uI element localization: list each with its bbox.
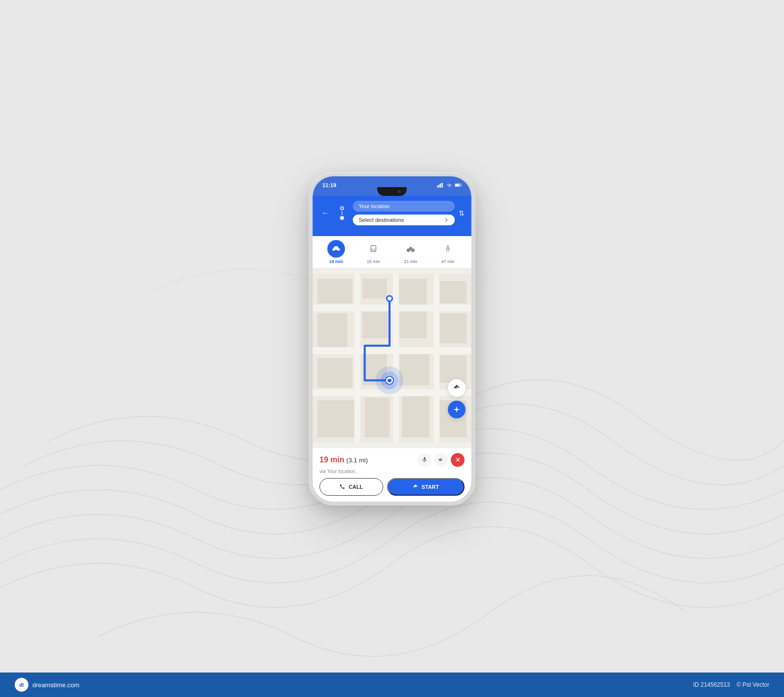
compass-icon <box>453 406 461 413</box>
action-buttons-row: CALL START <box>319 478 465 498</box>
transport-transit[interactable]: 15 min <box>365 240 382 264</box>
transport-car[interactable]: 19 min <box>327 240 345 264</box>
battery-icon <box>455 182 462 189</box>
svg-point-8 <box>338 249 339 250</box>
svg-rect-2 <box>440 183 441 187</box>
location-fields: Your location Select destinations <box>353 201 455 225</box>
svg-point-7 <box>334 249 335 250</box>
svg-rect-34 <box>402 395 429 437</box>
svg-rect-30 <box>399 350 429 385</box>
svg-rect-40 <box>393 273 399 442</box>
swap-button[interactable]: ⇅ <box>459 209 465 217</box>
dest-dot <box>340 216 344 220</box>
chevron-right-icon <box>444 217 449 222</box>
svg-rect-48 <box>423 457 425 460</box>
location-row: ← Your location Select destinations <box>319 201 465 225</box>
call-button[interactable]: CALL <box>319 478 383 496</box>
microphone-button[interactable] <box>417 453 431 467</box>
svg-rect-27 <box>437 313 466 343</box>
route-icon-wrap <box>335 206 349 220</box>
svg-rect-32 <box>318 400 355 437</box>
map-action-buttons <box>448 379 466 418</box>
nav-info-row: 19 min (3.1 mi) <box>319 453 465 467</box>
navigation-icon <box>453 384 461 392</box>
svg-rect-36 <box>313 304 471 311</box>
svg-rect-26 <box>399 311 427 338</box>
car-time: 19 min <box>329 259 343 264</box>
transport-bike[interactable]: 21 min <box>402 240 419 264</box>
signal-icon <box>437 182 444 189</box>
svg-rect-1 <box>439 184 440 187</box>
phone-icon <box>340 484 345 490</box>
transport-mode-bar: 19 min 15 min <box>313 236 471 268</box>
svg-rect-39 <box>354 273 360 442</box>
map-area[interactable] <box>313 268 471 448</box>
svg-rect-29 <box>362 353 387 385</box>
dreamstime-icon: dt <box>15 678 28 692</box>
phone-screen: 11:19 <box>313 176 471 502</box>
bike-mode-icon-wrap <box>402 240 419 258</box>
location-header: ← Your location Select destinations <box>313 196 471 236</box>
svg-rect-41 <box>434 273 440 442</box>
route-dots <box>340 206 344 220</box>
svg-rect-6 <box>455 184 460 186</box>
phone-device: 11:19 <box>309 172 475 505</box>
start-label: START <box>421 484 439 490</box>
svg-point-18 <box>447 245 449 246</box>
svg-rect-23 <box>437 281 466 304</box>
call-label: CALL <box>348 484 363 490</box>
route-line-dot <box>342 211 343 215</box>
svg-rect-33 <box>365 398 390 437</box>
origin-dot <box>340 206 344 210</box>
nav-time-distance: 19 min (3.1 mi) <box>319 456 368 464</box>
start-nav-icon <box>413 484 418 490</box>
status-time: 11:19 <box>322 182 336 188</box>
phone-notch <box>377 187 407 196</box>
mic-icon <box>421 457 428 463</box>
walk-mode-icon-wrap <box>439 240 457 258</box>
svg-rect-3 <box>441 183 442 188</box>
car-mode-icon-wrap <box>327 240 345 258</box>
destination-field[interactable]: Select destinations <box>353 215 455 225</box>
nav-distance: (3.1 mi) <box>346 457 368 464</box>
bottom-bar-credit: ID 214562513 © Pst Vector <box>693 681 769 688</box>
car-icon <box>332 244 341 253</box>
navigate-button[interactable] <box>448 379 466 397</box>
close-nav-button[interactable] <box>451 453 465 467</box>
main-content-area: 11:19 <box>309 0 475 677</box>
svg-point-12 <box>374 250 375 251</box>
nav-controls <box>417 453 465 467</box>
origin-field[interactable]: Your location <box>353 201 455 212</box>
image-id: ID 214562513 <box>693 681 730 688</box>
svg-rect-21 <box>362 279 387 299</box>
credit-text: © Pst Vector <box>736 681 769 688</box>
walk-icon <box>443 244 452 253</box>
wifi-icon <box>446 182 453 189</box>
dreamstime-text: dreamstime.com <box>32 681 79 689</box>
transit-icon <box>369 244 378 253</box>
svg-rect-24 <box>318 313 347 348</box>
svg-rect-37 <box>313 347 471 354</box>
transit-mode-icon-wrap <box>365 240 382 258</box>
svg-rect-20 <box>318 279 352 304</box>
nav-time: 19 min <box>319 456 344 464</box>
volume-icon <box>438 457 444 463</box>
svg-rect-22 <box>397 279 427 306</box>
svg-rect-28 <box>318 358 352 388</box>
navigation-panel: 19 min (3.1 mi) <box>313 448 471 502</box>
bike-icon <box>406 244 415 253</box>
compass-button[interactable] <box>448 401 466 418</box>
back-button[interactable]: ← <box>319 209 331 217</box>
notch-area <box>313 190 471 196</box>
volume-button[interactable] <box>434 453 448 467</box>
start-navigation-button[interactable]: START <box>387 478 465 496</box>
bike-time: 21 min <box>404 259 417 264</box>
status-icons <box>437 182 462 189</box>
svg-rect-0 <box>437 185 438 187</box>
svg-rect-9 <box>371 245 376 251</box>
svg-point-11 <box>371 250 372 251</box>
transport-walk[interactable]: 47 min <box>439 240 457 264</box>
transit-time: 15 min <box>367 259 380 264</box>
svg-rect-5 <box>461 184 462 186</box>
svg-rect-25 <box>362 308 390 338</box>
